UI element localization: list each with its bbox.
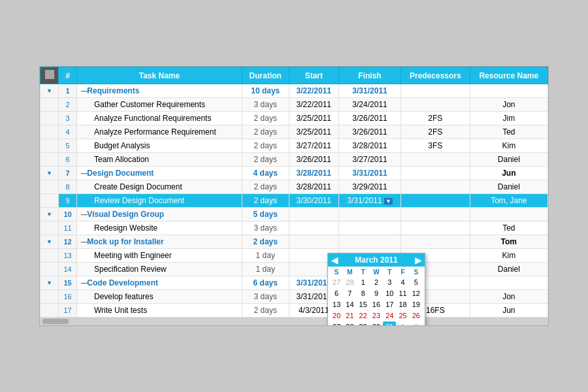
resource-cell: Kim bbox=[470, 249, 547, 263]
dropdown-arrow[interactable]: ▼ bbox=[384, 198, 393, 204]
table-row[interactable]: 6Team Allocation2 days3/26/20113/27/2011… bbox=[41, 153, 548, 167]
calendar-day-cell[interactable]: 1 bbox=[396, 321, 409, 326]
calendar-day-cell[interactable]: 25 bbox=[396, 310, 409, 321]
table-row[interactable]: 2Gather Customer Requirements3 days3/22/… bbox=[41, 98, 548, 112]
row-number: 17 bbox=[59, 304, 77, 318]
calendar-day-cell[interactable]: 19 bbox=[410, 299, 423, 310]
calendar-day-cell[interactable]: 5 bbox=[410, 277, 423, 287]
task-name-cell[interactable]: Develop features bbox=[77, 290, 242, 304]
table-row[interactable]: 11Redesign Website3 daysTed bbox=[41, 221, 548, 235]
calendar-day-cell[interactable]: 4 bbox=[396, 277, 409, 287]
row-icon-cell: ▼ bbox=[41, 208, 59, 221]
task-name-cell[interactable]: ― Code Development bbox=[77, 276, 242, 290]
duration-cell: 10 days bbox=[242, 84, 289, 98]
finish-cell bbox=[339, 221, 401, 235]
calendar-day-cell[interactable]: 24 bbox=[383, 310, 396, 321]
calendar-day-cell[interactable]: 7 bbox=[343, 288, 356, 299]
task-name-cell[interactable]: Review Design Document bbox=[77, 194, 242, 208]
table-row[interactable]: 14Specification Review1 dayDaniel bbox=[41, 263, 548, 276]
calendar-day-cell[interactable]: 17 bbox=[383, 299, 396, 310]
table-row[interactable]: 9Review Design Document2 days3/30/20113/… bbox=[41, 194, 548, 208]
calendar-day-cell[interactable]: 9 bbox=[370, 288, 383, 299]
calendar-day-cell[interactable]: 28 bbox=[343, 277, 356, 287]
calendar-day-cell[interactable]: 27 bbox=[330, 277, 343, 287]
table-row[interactable]: ▼12― Mock up for Installer2 daysTom bbox=[41, 235, 548, 249]
task-name-cell[interactable]: ― Design Document bbox=[77, 167, 242, 180]
table-row[interactable]: 17Write Unit tests2 days4/3/20114/4/2011… bbox=[41, 304, 548, 318]
task-name-cell[interactable]: Analyze Performance Requirement bbox=[77, 125, 242, 139]
duration-header: Duration bbox=[242, 67, 289, 84]
calendar-day-cell[interactable]: 11 bbox=[396, 288, 409, 299]
table-row[interactable]: 4Analyze Performance Requirement2 days3/… bbox=[41, 125, 548, 139]
calendar-day-cell[interactable]: 8 bbox=[357, 288, 370, 299]
task-name-cell[interactable]: Specification Review bbox=[77, 263, 242, 276]
start-cell: 3/22/2011 bbox=[289, 98, 338, 112]
finish-cell bbox=[339, 208, 401, 221]
calendar-next-button[interactable]: ▶ bbox=[415, 256, 421, 265]
table-row[interactable]: 5Budget Analysis2 days3/27/20113/28/2011… bbox=[41, 139, 548, 153]
calendar-day-cell[interactable]: 2 bbox=[410, 321, 423, 326]
table-row[interactable]: 16Develop features3 days3/31/20114/2/201… bbox=[41, 290, 548, 304]
calendar-day-cell[interactable]: 21 bbox=[343, 310, 356, 321]
gantt-container: # Task Name Duration Start Finish Predec… bbox=[39, 66, 549, 326]
calendar-day-cell[interactable]: 31 bbox=[383, 321, 396, 326]
calendar-day-cell[interactable]: 27 bbox=[330, 321, 343, 326]
predecessors-cell bbox=[401, 180, 470, 194]
task-name-cell[interactable]: Analyze Functional Requirements bbox=[77, 112, 242, 125]
table-row[interactable]: ▼7― Design Document4 days3/28/20113/31/2… bbox=[41, 167, 548, 180]
table-row[interactable]: 3Analyze Functional Requirements2 days3/… bbox=[41, 112, 548, 125]
calendar-day-cell[interactable]: 22 bbox=[357, 310, 370, 321]
start-cell: 3/22/2011 bbox=[289, 84, 338, 98]
calendar-day-cell[interactable]: 29 bbox=[357, 321, 370, 326]
calendar-day-cell[interactable]: 1 bbox=[357, 277, 370, 287]
resource-cell: Daniel bbox=[470, 263, 547, 276]
task-name-header: Task Name bbox=[77, 67, 242, 84]
calendar-day-cell[interactable]: 12 bbox=[410, 288, 423, 299]
row-number: 7 bbox=[59, 167, 77, 180]
resource-cell: Jun bbox=[470, 304, 547, 318]
task-name-cell[interactable]: Write Unit tests bbox=[77, 304, 242, 318]
table-row[interactable]: 13Meeting with Engineer1 dayKim bbox=[41, 249, 548, 263]
calendar-day-cell[interactable]: 18 bbox=[396, 299, 409, 310]
calendar-day-cell[interactable]: 2 bbox=[370, 277, 383, 287]
task-name-cell[interactable]: Redesign Website bbox=[77, 221, 242, 235]
task-name-cell[interactable]: ― Requirements bbox=[77, 84, 242, 98]
calendar-day-cell[interactable]: 13 bbox=[330, 299, 343, 310]
task-name-cell[interactable]: Meeting with Engineer bbox=[77, 249, 242, 263]
table-row[interactable]: ▼15― Code Development6 days3/31/20114/5/… bbox=[41, 276, 548, 290]
calendar-prev-button[interactable]: ◀ bbox=[331, 256, 338, 265]
task-table: # Task Name Duration Start Finish Predec… bbox=[40, 67, 548, 318]
task-name-cell[interactable]: Create Design Document bbox=[77, 180, 242, 194]
resource-cell: Daniel bbox=[470, 180, 547, 194]
horizontal-scrollbar[interactable] bbox=[40, 318, 548, 325]
table-row[interactable]: ▼10― Visual Design Group5 days bbox=[41, 208, 548, 221]
task-name-cell[interactable]: Team Allocation bbox=[77, 153, 242, 167]
row-icon-cell bbox=[41, 263, 59, 276]
calendar-day-cell[interactable]: 26 bbox=[410, 310, 423, 321]
calendar-day-cell[interactable]: 14 bbox=[343, 299, 356, 310]
calendar-day-cell[interactable]: 16 bbox=[370, 299, 383, 310]
calendar-day-cell[interactable]: 23 bbox=[370, 310, 383, 321]
calendar-day-cell[interactable]: 20 bbox=[330, 310, 343, 321]
task-name-cell[interactable]: Budget Analysis bbox=[77, 139, 242, 153]
start-cell bbox=[289, 221, 338, 235]
row-icon-cell bbox=[41, 180, 59, 194]
scrollbar-thumb[interactable] bbox=[42, 319, 69, 324]
calendar-day-cell[interactable]: 10 bbox=[383, 288, 396, 299]
resource-cell: Tom bbox=[470, 235, 547, 249]
table-row[interactable]: ▼1― Requirements10 days3/22/20113/31/201… bbox=[41, 84, 548, 98]
calendar-day-cell[interactable]: 30 bbox=[370, 321, 383, 326]
finish-cell: 3/24/2011 bbox=[339, 98, 401, 112]
task-name-cell[interactable]: ― Visual Design Group bbox=[77, 208, 242, 221]
task-name-cell[interactable]: ― Mock up for Installer bbox=[77, 235, 242, 249]
table-row[interactable]: 8Create Design Document2 days3/28/20113/… bbox=[41, 180, 548, 194]
calendar-day-cell[interactable]: 6 bbox=[330, 288, 343, 299]
calendar-day-cell[interactable]: 15 bbox=[357, 299, 370, 310]
task-name-cell[interactable]: Gather Customer Requirements bbox=[77, 98, 242, 112]
duration-cell: 2 days bbox=[242, 125, 289, 139]
calendar-day-cell[interactable]: 28 bbox=[343, 321, 356, 326]
row-number: 3 bbox=[59, 112, 77, 125]
calendar-day-cell[interactable]: 3 bbox=[383, 277, 396, 287]
predecessors-cell bbox=[401, 235, 470, 249]
finish-cell: 3/26/2011 bbox=[339, 125, 401, 139]
